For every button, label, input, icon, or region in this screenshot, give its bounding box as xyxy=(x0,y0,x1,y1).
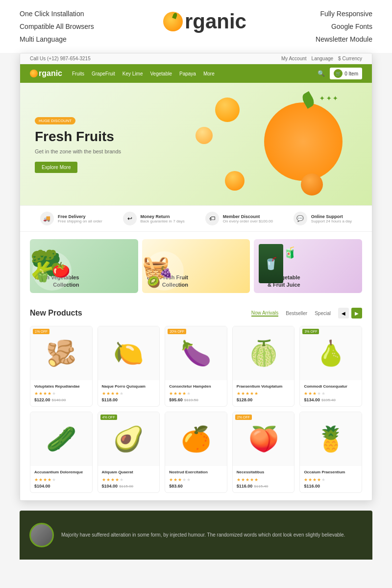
search-icon[interactable]: 🔍 xyxy=(318,70,325,77)
product-price: $118.00 xyxy=(102,397,156,402)
category-section: 🥦 🍅 🫑 Fresh VegetablesCollection 🧺 🍇 🥝 B… xyxy=(20,232,372,300)
service-discount-text: Member Discount On every order over $100… xyxy=(223,214,273,223)
product-emoji: 🍆 xyxy=(181,341,211,366)
product-badge: 4% OFF xyxy=(100,415,117,420)
product-price: $116.00 xyxy=(304,484,358,489)
nav-keylime[interactable]: Key Lime xyxy=(122,71,143,76)
product-emoji: 🍋 xyxy=(113,341,144,366)
product-card[interactable]: 🍈 Praesentium Voluptatum ★★★★★ $128.00 xyxy=(232,326,295,407)
site-topbar: Call Us (+12) 987-654-3215 My Account La… xyxy=(20,53,372,64)
old-price: $195.40 xyxy=(321,398,336,402)
product-image: 🍈 xyxy=(233,326,294,380)
product-card[interactable]: 20% OFF 🍆 Consectetur Hampden ★★★★★ $95.… xyxy=(165,326,227,407)
nav-grapefruit[interactable]: GrapeFruit xyxy=(92,71,115,76)
explore-button[interactable]: Explore More xyxy=(35,162,77,173)
product-info: Aliquam Quaerat ★★★★★ $104.00$115.00 xyxy=(98,466,160,492)
logo-text: rganic xyxy=(185,10,246,33)
old-price: $140.00 xyxy=(52,398,66,402)
product-name: Praesentium Voluptatum xyxy=(237,384,291,389)
my-account-link[interactable]: My Account xyxy=(281,56,307,61)
hero-title: Fresh Fruits xyxy=(35,128,121,145)
nav-arrows: ◀ ▶ xyxy=(338,308,362,318)
testimonial-section: Majority have suffered alteration in som… xyxy=(20,511,372,560)
product-card[interactable]: 4% OFF 🥑 Aliquam Quaerat ★★★★★ $104.00$1… xyxy=(98,412,160,492)
nav-papaya[interactable]: Papaya xyxy=(179,71,196,76)
fruit-deco: 🧺 🍇 🥝 xyxy=(145,251,184,291)
product-image: 🍊 xyxy=(165,412,227,466)
product-image: 4% OFF 🥑 xyxy=(98,412,160,466)
product-price: $104.00 xyxy=(34,484,88,489)
support-icon: 💬 xyxy=(294,212,307,225)
product-badge: 3% OFF xyxy=(302,329,319,334)
product-card[interactable]: 🍋 Naque Porro Quisquam ★★★★★ $118.00 xyxy=(98,326,160,407)
currency-select[interactable]: $ Currency xyxy=(338,56,362,61)
fruit-circle-deco xyxy=(264,102,343,181)
prev-arrow[interactable]: ◀ xyxy=(338,308,349,318)
feature-2: Compatible All Browsers xyxy=(20,23,94,30)
product-info: Commodi Consequatur ★★★★★ $134.00$195.40 xyxy=(300,380,362,406)
product-image: 🥒 xyxy=(30,412,92,466)
product-tabs: Now Arrivals Bestseller Special xyxy=(251,310,331,317)
feature-6: Newsletter Module xyxy=(316,35,372,43)
product-price: $83.60 xyxy=(169,484,223,489)
language-select[interactable]: Language xyxy=(312,56,334,61)
product-name: Commodi Consequatur xyxy=(304,384,358,389)
delivery-icon: 🚚 xyxy=(40,212,54,225)
product-badge: 2% OFF xyxy=(235,415,252,420)
discount-title: Member Discount xyxy=(223,214,273,219)
service-return: ↩ Money Return Back guarantee in 7 days xyxy=(123,212,185,225)
support-title: Online Support xyxy=(311,214,352,219)
product-name: Aliquam Quaerat xyxy=(102,470,156,475)
product-card[interactable]: 🍍 Occaium Praesentium ★★★★★ $116.00 xyxy=(299,412,362,492)
next-arrow[interactable]: ▶ xyxy=(351,308,362,318)
product-badge: 20% OFF xyxy=(168,329,186,334)
product-card[interactable]: 2% OFF 🍑 Necessitatibus ★★★★★ $116.00$11… xyxy=(232,412,295,492)
product-price: $104.00$115.00 xyxy=(102,484,156,489)
tab-now-arrivals[interactable]: Now Arrivals xyxy=(251,310,279,317)
product-name: Occaium Praesentium xyxy=(304,470,358,475)
service-support-text: Online Support Support 24 hours a day xyxy=(311,214,352,223)
category-juice[interactable]: 🥤 🧃 Fresh Vegetable& Fruit Juice xyxy=(254,239,362,293)
fruit-deco-4 xyxy=(301,173,323,196)
old-price: $115.00 xyxy=(119,484,133,489)
nav-more[interactable]: More xyxy=(203,71,215,76)
veg-deco: 🥦 🍅 🫑 xyxy=(32,251,72,291)
product-name: Consectetur Hampden xyxy=(169,384,223,389)
product-price: $122.00$140.00 xyxy=(34,397,88,402)
product-stars: ★★★★★ xyxy=(102,477,156,482)
tab-special[interactable]: Special xyxy=(315,311,331,316)
topbar-right: My Account Language $ Currency xyxy=(281,56,362,61)
product-card[interactable]: 🥒 Accusantium Doloremque ★★★★★ $104.00 xyxy=(30,412,93,492)
category-fruits[interactable]: 🧺 🍇 🥝 Best Fresh FruitCollection xyxy=(142,239,250,293)
product-info: Praesentium Voluptatum ★★★★★ $128.00 xyxy=(233,380,294,406)
product-info: Necessitatibus ★★★★★ $116.00$115.40 xyxy=(233,466,294,492)
service-discount: 🏷 Member Discount On every order over $1… xyxy=(205,212,273,225)
product-image: 🍋 xyxy=(98,326,160,380)
product-card[interactable]: 3% OFF 🍐 Commodi Consequatur ★★★★★ $134.… xyxy=(299,326,362,407)
product-info: Occaium Praesentium ★★★★★ $116.00 xyxy=(300,466,362,492)
nav-vegetable[interactable]: Vegetable xyxy=(150,71,172,76)
banner-logo: rganic xyxy=(94,10,316,33)
products-controls: Now Arrivals Bestseller Special ◀ ▶ xyxy=(251,308,362,318)
product-emoji: 🍑 xyxy=(248,427,279,451)
juice-box-deco: 🥤 xyxy=(259,244,283,283)
return-desc: Back guarantee in 7 days xyxy=(141,219,185,223)
nav-fruits[interactable]: Fruits xyxy=(72,71,84,76)
testimonial-text: Majority have suffered alteration in som… xyxy=(61,531,345,539)
cart-button[interactable]: 🛒 0 Item xyxy=(330,68,362,79)
site-navigation: rganic Fruits GrapeFruit Key Lime Vegeta… xyxy=(20,64,372,83)
product-info: Accusantium Doloremque ★★★★★ $104.00 xyxy=(30,466,92,492)
product-card[interactable]: 1% OFF 🫚 Voluptates Repudiandae ★★★★★ $1… xyxy=(30,326,93,407)
product-card[interactable]: 🍊 Nostrud Exercitation ★★★★★ $83.60 xyxy=(165,412,227,492)
nav-orange-icon xyxy=(30,70,38,77)
nav-logo[interactable]: rganic xyxy=(30,69,62,78)
product-name: Nostrud Exercitation xyxy=(169,470,223,475)
products-title: New Products xyxy=(30,309,82,318)
category-vegetables[interactable]: 🥦 🍅 🫑 Fresh VegetablesCollection xyxy=(30,239,138,293)
fruit-deco-3 xyxy=(225,171,245,191)
phone-number: (+12) 987-654-3215 xyxy=(47,56,91,61)
tab-bestseller[interactable]: Bestseller xyxy=(286,311,307,316)
product-emoji: 🍈 xyxy=(248,341,279,366)
service-support: 💬 Online Support Support 24 hours a day xyxy=(294,212,352,225)
delivery-title: Free Delivery xyxy=(58,214,102,219)
